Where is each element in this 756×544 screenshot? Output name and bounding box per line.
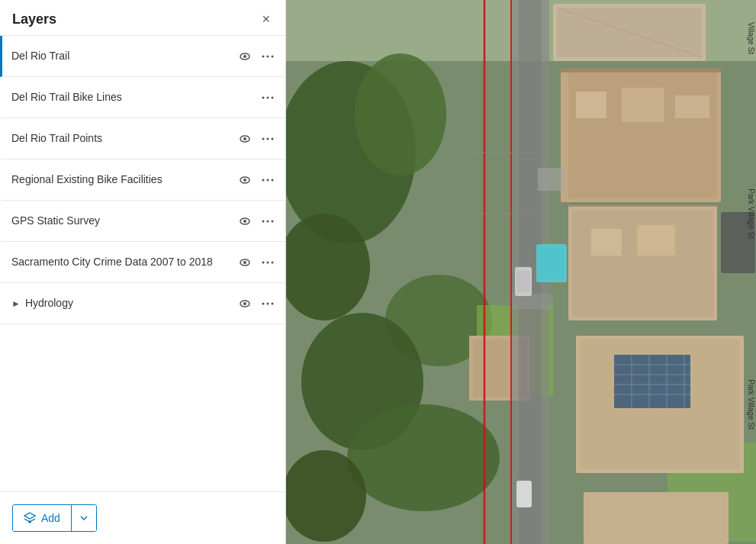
svg-text:Park Village St: Park Village St [747, 188, 755, 239]
layer-item-hydrology[interactable]: ► Hydrology [0, 283, 285, 324]
svg-point-10 [262, 137, 265, 140]
svg-point-14 [243, 179, 246, 182]
layer-item-del-rio-trail-points[interactable]: Del Rio Trail Points [0, 118, 285, 159]
svg-point-30 [262, 302, 265, 304]
svg-text:Park Village St: Park Village St [747, 379, 755, 430]
svg-point-5 [262, 96, 265, 98]
ellipsis-icon [262, 256, 274, 269]
eye-icon [239, 174, 251, 186]
svg-point-45 [347, 404, 500, 511]
chevron-down-icon [79, 513, 88, 523]
eye-icon [239, 298, 251, 310]
more-options-button[interactable] [259, 213, 276, 230]
layer-item-sacramento-crime[interactable]: Sacramento City Crime Data 2007 to 2018 [0, 242, 285, 283]
ellipsis-icon [262, 174, 274, 186]
svg-rect-54 [622, 88, 664, 122]
layer-actions [236, 48, 276, 65]
svg-point-25 [262, 261, 265, 263]
svg-rect-80 [539, 247, 564, 279]
map-area[interactable]: Village St Park Village St Park Village … [286, 0, 756, 544]
map-svg: Village St Park Village St Park Village … [286, 0, 756, 544]
svg-point-27 [272, 261, 274, 263]
layers-add-icon [24, 512, 36, 524]
layer-name: Hydrology [25, 296, 236, 310]
layer-name: GPS Static Survey [11, 214, 236, 227]
visibility-toggle[interactable] [236, 48, 253, 65]
more-options-button[interactable] [259, 254, 276, 271]
panel-title: Layers [12, 11, 56, 27]
close-button[interactable]: × [259, 11, 273, 27]
visibility-toggle[interactable] [236, 130, 253, 147]
svg-point-19 [243, 220, 246, 223]
more-options-button[interactable] [259, 48, 276, 65]
eye-icon [239, 256, 251, 269]
svg-point-9 [243, 137, 246, 140]
ellipsis-icon [262, 298, 274, 310]
svg-point-21 [267, 220, 269, 222]
svg-point-11 [267, 137, 269, 140]
svg-rect-63 [614, 355, 690, 408]
svg-point-32 [272, 302, 274, 304]
visibility-toggle[interactable] [236, 295, 253, 312]
svg-point-29 [243, 302, 246, 305]
layer-actions [259, 89, 276, 106]
ellipsis-icon [262, 92, 274, 104]
ellipsis-icon [262, 133, 274, 145]
add-button-label: Add [41, 512, 60, 524]
close-icon: × [262, 11, 270, 27]
svg-rect-55 [675, 95, 709, 118]
svg-point-17 [272, 179, 274, 181]
svg-point-1 [243, 55, 246, 58]
visibility-toggle[interactable] [236, 213, 253, 230]
add-button-area: Add [0, 491, 285, 544]
more-options-button[interactable] [259, 295, 276, 312]
svg-point-2 [262, 55, 265, 57]
expand-icon: ► [11, 298, 21, 309]
svg-rect-58 [591, 229, 622, 256]
more-options-button[interactable] [259, 172, 276, 188]
layer-name: Del Rio Trail [11, 49, 236, 63]
svg-point-16 [267, 179, 269, 181]
svg-point-3 [267, 55, 269, 57]
more-options-button[interactable] [259, 89, 276, 106]
visibility-toggle[interactable] [236, 254, 253, 271]
layer-name: Sacramento City Crime Data 2007 to 2018 [11, 255, 236, 269]
layer-name: Del Rio Trail Bike Lines [11, 90, 259, 104]
ellipsis-icon [262, 215, 274, 227]
layer-item-regional-bike[interactable]: Regional Existing Bike Facilities [0, 159, 285, 201]
layer-name: Del Rio Trail Points [11, 131, 236, 145]
eye-icon [239, 50, 251, 63]
svg-point-46 [286, 450, 366, 542]
layers-list: Del Rio Trail Del Rio Trail Bike Lines [0, 36, 285, 491]
svg-point-24 [243, 261, 246, 264]
layer-actions [236, 213, 276, 230]
ellipsis-icon [262, 50, 274, 63]
svg-point-26 [267, 261, 269, 263]
svg-point-22 [272, 220, 274, 222]
svg-rect-72 [584, 492, 729, 544]
layers-panel: Layers × Del Rio Trail [0, 0, 286, 544]
layer-item-del-rio-trail[interactable]: Del Rio Trail [0, 36, 285, 77]
layer-actions [236, 254, 276, 271]
svg-rect-84 [516, 271, 530, 292]
svg-point-6 [267, 96, 269, 98]
more-options-button[interactable] [259, 130, 276, 147]
svg-point-15 [262, 179, 265, 181]
layer-actions [236, 295, 276, 312]
layer-item-gps-static-survey[interactable]: GPS Static Survey [0, 201, 285, 242]
add-dropdown-button[interactable] [72, 505, 96, 531]
visibility-toggle[interactable] [236, 172, 253, 188]
layer-item-del-rio-trail-bike-lines[interactable]: Del Rio Trail Bike Lines [0, 77, 285, 118]
svg-rect-85 [516, 481, 532, 507]
svg-rect-77 [538, 168, 565, 191]
layer-actions [236, 130, 276, 147]
add-button[interactable]: Add [13, 505, 72, 531]
svg-rect-59 [637, 225, 675, 256]
panel-header: Layers × [0, 0, 285, 36]
layer-actions [236, 172, 276, 188]
svg-text:Village St: Village St [747, 22, 755, 54]
svg-marker-52 [561, 69, 721, 72]
svg-rect-53 [576, 92, 606, 118]
svg-point-31 [267, 302, 269, 304]
svg-point-4 [272, 55, 274, 57]
